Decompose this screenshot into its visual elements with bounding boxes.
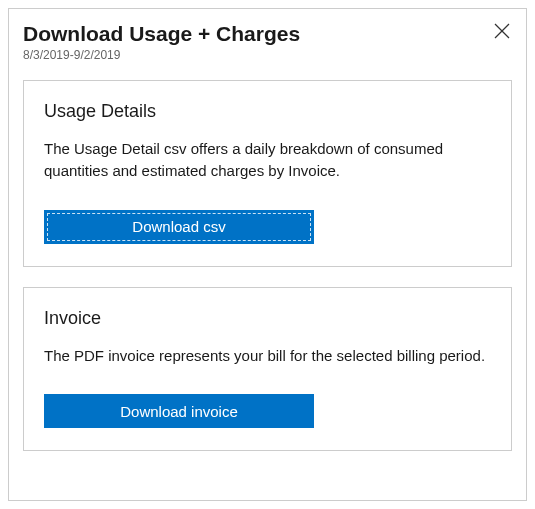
usage-card-description: The Usage Detail csv offers a daily brea…	[44, 138, 491, 182]
download-invoice-button[interactable]: Download invoice	[44, 394, 314, 428]
download-csv-button[interactable]: Download csv	[44, 210, 314, 244]
close-button[interactable]	[490, 19, 514, 43]
page-title: Download Usage + Charges	[23, 21, 300, 46]
invoice-card-description: The PDF invoice represents your bill for…	[44, 345, 491, 367]
usage-card-title: Usage Details	[44, 101, 491, 122]
usage-details-card: Usage Details The Usage Detail csv offer…	[23, 80, 512, 267]
header-text: Download Usage + Charges 8/3/2019-9/2/20…	[23, 21, 300, 62]
billing-date-range: 8/3/2019-9/2/2019	[23, 48, 300, 62]
invoice-card-title: Invoice	[44, 308, 491, 329]
download-panel: Download Usage + Charges 8/3/2019-9/2/20…	[8, 8, 527, 501]
invoice-card: Invoice The PDF invoice represents your …	[23, 287, 512, 452]
close-icon	[494, 23, 510, 39]
panel-header: Download Usage + Charges 8/3/2019-9/2/20…	[23, 21, 512, 62]
